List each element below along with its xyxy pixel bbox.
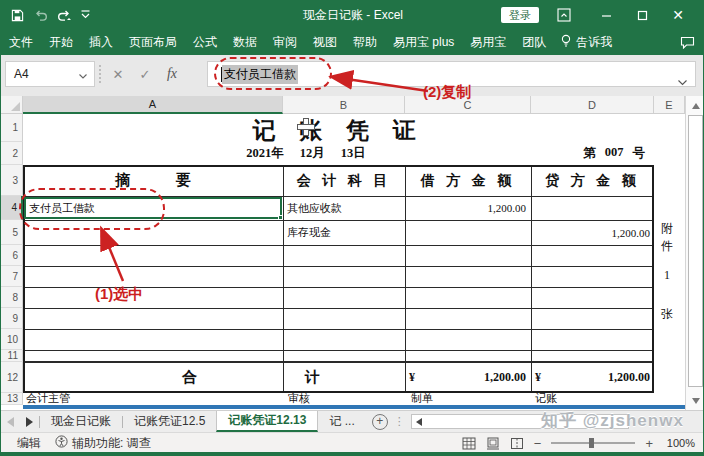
name-box-value: A4 xyxy=(6,67,79,81)
cell-b5-account[interactable]: 库存现金 xyxy=(287,220,402,245)
row-header-10[interactable]: 10 xyxy=(1,329,23,350)
page-layout-view-icon[interactable] xyxy=(486,437,500,450)
scroll-down-icon[interactable] xyxy=(687,392,704,409)
sheet-nav-left-icon[interactable] xyxy=(1,411,20,432)
sheet-tab-truncated[interactable]: 记 ... xyxy=(318,411,365,432)
row-header-9[interactable]: 9 xyxy=(1,308,23,329)
tab-team[interactable]: 团队 xyxy=(514,30,554,55)
row-header-7[interactable]: 7 xyxy=(1,266,23,287)
normal-view-icon[interactable] xyxy=(462,437,476,450)
tab-home[interactable]: 开始 xyxy=(41,30,81,55)
formula-bar-separator xyxy=(99,65,101,83)
login-button[interactable]: 登录 xyxy=(501,7,539,23)
row-header-3[interactable]: 3 xyxy=(1,165,23,196)
signature-preparer: 制单 xyxy=(411,392,471,405)
window-bottom-border xyxy=(1,452,704,456)
hscroll-left-icon[interactable] xyxy=(416,418,422,426)
horizontal-scrollbar[interactable] xyxy=(411,414,629,429)
total-label-right: 计 xyxy=(305,362,320,393)
cell-b4-account[interactable]: 其他应收款 xyxy=(287,196,402,220)
ribbon-display-options-icon[interactable] xyxy=(549,0,579,30)
column-header-e[interactable]: E xyxy=(654,96,685,114)
row-header-11[interactable]: 11 xyxy=(1,350,23,362)
tab-file[interactable]: 文件 xyxy=(1,30,41,55)
cancel-entry-icon[interactable]: ✕ xyxy=(105,61,131,87)
zoom-level[interactable]: 100% xyxy=(663,437,695,449)
formula-value-selected: 支付员工借款 xyxy=(222,65,298,84)
status-mode: 编辑 xyxy=(17,435,41,452)
save-icon[interactable] xyxy=(11,9,24,22)
excel-window: 现金日记账 - Excel 登录 ✕ 文件 开始 插入 页面布局 公式 数据 审… xyxy=(0,0,704,456)
header-summary: 摘 要 xyxy=(23,165,283,196)
column-header-d[interactable]: D xyxy=(531,96,654,114)
column-header-b[interactable]: B xyxy=(283,96,405,114)
row-header-5[interactable]: 5 xyxy=(1,220,23,245)
tell-me-box[interactable]: 告诉我 xyxy=(554,34,618,51)
zoom-slider-thumb[interactable] xyxy=(589,438,594,448)
scroll-up-icon[interactable] xyxy=(687,97,704,114)
total-label-left: 合 xyxy=(182,362,197,393)
name-box-dropdown-icon[interactable] xyxy=(79,65,94,83)
sheet-tab-cash-journal[interactable]: 现金日记账 xyxy=(40,411,122,432)
formula-bar-expand-icon[interactable] xyxy=(678,72,687,90)
select-all-corner[interactable] xyxy=(1,96,23,114)
page-break-view-icon[interactable] xyxy=(510,437,524,450)
sheet-tab-voucher-12-13[interactable]: 记账凭证12.13 xyxy=(216,411,318,432)
voucher-title: 记 账 凭 证 xyxy=(23,115,654,146)
row-header-1[interactable]: 1 xyxy=(1,114,23,142)
zoom-slider[interactable] xyxy=(551,442,635,444)
cell-c4-debit[interactable]: 1,200.00 xyxy=(405,196,526,220)
zoom-in-icon[interactable]: + xyxy=(645,436,653,451)
name-box[interactable]: A4 xyxy=(5,61,95,87)
vertical-scrollbar-thumb[interactable] xyxy=(688,115,703,387)
tab-options-dots-icon[interactable]: ⋮ xyxy=(394,415,405,428)
tab-yiyongbao[interactable]: 易用宝 xyxy=(462,30,514,55)
new-sheet-icon[interactable]: + xyxy=(372,414,388,430)
tab-yiyongbao-plus[interactable]: 易用宝 plus xyxy=(385,30,462,55)
lightbulb-icon xyxy=(560,34,572,51)
header-account: 会 计 科 目 xyxy=(283,165,405,196)
row-header-4[interactable]: 4 xyxy=(1,196,23,220)
maximize-button[interactable] xyxy=(627,0,657,30)
voucher-date-month: 12月 xyxy=(300,145,325,162)
tab-formulas[interactable]: 公式 xyxy=(185,30,225,55)
vertical-scrollbar[interactable] xyxy=(685,96,704,410)
tab-page-layout[interactable]: 页面布局 xyxy=(121,30,185,55)
sheet-nav-right-icon[interactable] xyxy=(20,411,39,432)
status-bar: 编辑 辅助功能: 调查 − + 100% xyxy=(1,432,704,452)
selected-cell-border xyxy=(24,197,282,219)
confirm-entry-icon[interactable]: ✓ xyxy=(132,61,158,87)
attachment-char-2: 件 xyxy=(657,238,677,255)
formula-bar-strip: A4 ✕ ✓ fx 支付员工借款 xyxy=(1,55,704,96)
sheet-tab-voucher-12-5[interactable]: 记账凭证12.5 xyxy=(123,411,216,432)
tab-view[interactable]: 视图 xyxy=(305,30,345,55)
accessibility-status[interactable]: 辅助功能: 调查 xyxy=(55,435,151,452)
annotation-copy-label: (2)复制 xyxy=(423,83,471,102)
tab-help[interactable]: 帮助 xyxy=(345,30,385,55)
cell-d5-credit[interactable]: 1,200.00 xyxy=(531,220,650,245)
tab-data[interactable]: 数据 xyxy=(225,30,265,55)
minimize-button[interactable] xyxy=(591,0,621,30)
voucher-date-year: 2021年 xyxy=(246,145,284,162)
comment-icon[interactable] xyxy=(680,36,695,49)
redo-icon[interactable] xyxy=(57,9,72,22)
total-credit-amount: 1,200.00 xyxy=(555,362,650,393)
header-debit: 借 方 金 额 xyxy=(405,165,531,196)
zoom-out-icon[interactable]: − xyxy=(534,436,542,451)
row-header-8[interactable]: 8 xyxy=(1,287,23,308)
row-header-6[interactable]: 6 xyxy=(1,245,23,266)
row-header-13[interactable]: 13 xyxy=(1,393,23,405)
row-header-2[interactable]: 2 xyxy=(1,142,23,165)
column-header-a[interactable]: A xyxy=(23,96,283,114)
header-credit: 贷 方 金 额 xyxy=(531,165,654,196)
attachment-char-3: 张 xyxy=(657,306,677,323)
undo-icon[interactable] xyxy=(33,9,48,22)
row-header-12[interactable]: 12 xyxy=(1,362,23,393)
fill-handle[interactable] xyxy=(278,215,283,220)
total-debit-currency: ¥ xyxy=(409,362,429,393)
tab-review[interactable]: 审阅 xyxy=(265,30,305,55)
customize-qat-icon[interactable] xyxy=(81,10,90,20)
tab-insert[interactable]: 插入 xyxy=(81,30,121,55)
close-button[interactable]: ✕ xyxy=(663,0,693,30)
insert-function-icon[interactable]: fx xyxy=(159,61,185,87)
